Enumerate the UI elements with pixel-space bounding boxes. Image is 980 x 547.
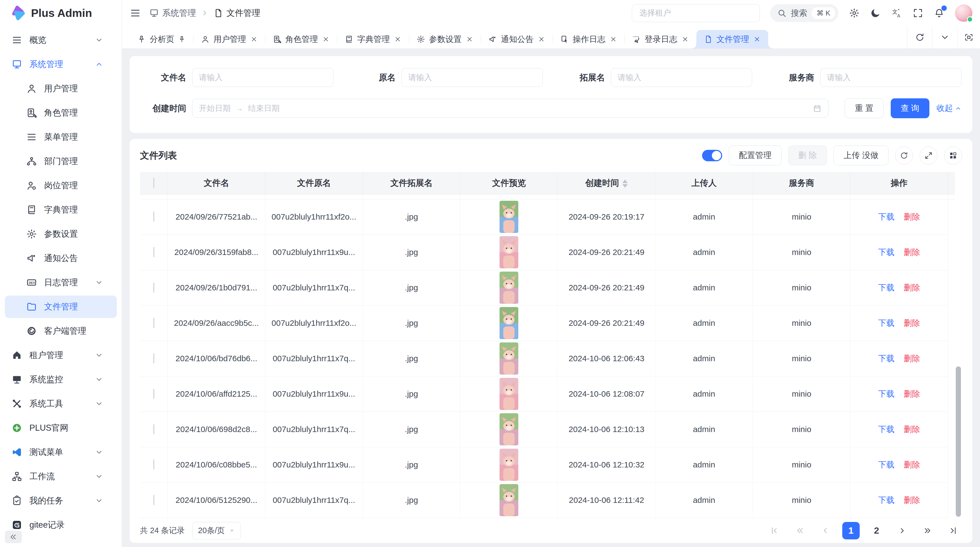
row-checkbox[interactable] xyxy=(153,282,154,293)
column-header-创建时间[interactable]: 创建时间 xyxy=(558,172,655,194)
column-settings-button[interactable] xyxy=(944,147,962,164)
close-icon[interactable] xyxy=(394,36,401,43)
refresh-tab-button[interactable] xyxy=(907,26,932,48)
download-link[interactable]: 下载 xyxy=(878,212,894,221)
original-name-input[interactable]: 请输入 xyxy=(401,68,543,87)
notifications-button[interactable] xyxy=(934,8,945,19)
refresh-table-button[interactable] xyxy=(895,147,913,164)
tab-通知公告[interactable]: 通知公告 xyxy=(481,30,553,48)
file-preview-thumbnail[interactable] xyxy=(500,271,518,304)
delete-link[interactable]: 删除 xyxy=(904,319,920,327)
tab-字典管理[interactable]: 字典管理 xyxy=(337,30,409,48)
sidebar-item-系统工具[interactable]: 系统工具 xyxy=(5,392,117,415)
sidebar-item-PLUS官网[interactable]: PLUS官网 xyxy=(5,417,117,439)
row-checkbox[interactable] xyxy=(153,353,154,364)
sidebar-item-文件管理[interactable]: 文件管理 xyxy=(5,295,117,318)
tab-角色管理[interactable]: 角色管理 xyxy=(265,30,337,48)
close-icon[interactable] xyxy=(538,36,545,43)
collapse-filters-link[interactable]: 收起 xyxy=(937,103,961,114)
sidebar-item-工作流[interactable]: 工作流 xyxy=(5,465,117,488)
tab-menu-button[interactable] xyxy=(932,26,957,48)
sort-carets-icon[interactable] xyxy=(622,180,628,188)
sidebar-item-系统监控[interactable]: 系统监控 xyxy=(5,368,117,391)
dark-mode-button[interactable] xyxy=(870,8,881,19)
delete-link[interactable]: 删除 xyxy=(904,212,920,221)
close-icon[interactable] xyxy=(466,36,473,43)
row-checkbox[interactable] xyxy=(153,495,154,505)
delete-link[interactable]: 删除 xyxy=(904,460,920,469)
row-checkbox[interactable] xyxy=(153,212,154,222)
filename-input[interactable]: 请输入 xyxy=(192,68,334,87)
sidebar-item-日志管理[interactable]: DEV日志管理 xyxy=(5,271,117,293)
table-scrollbar[interactable] xyxy=(955,194,962,518)
page-button-2[interactable]: 2 xyxy=(868,522,885,539)
config-manage-button[interactable]: 配置管理 xyxy=(729,145,781,165)
avatar[interactable] xyxy=(955,4,972,22)
delete-link[interactable]: 删除 xyxy=(904,283,920,292)
delete-button[interactable]: 删 除 xyxy=(788,145,827,165)
search-button[interactable]: 查 询 xyxy=(891,98,929,118)
fast-prev-button[interactable] xyxy=(791,522,808,539)
file-preview-thumbnail[interactable] xyxy=(500,236,518,268)
select-all-checkbox[interactable] xyxy=(153,178,154,188)
tab-操作日志[interactable]: 操作日志 xyxy=(553,30,624,48)
page-button-1[interactable]: 1 xyxy=(842,522,860,539)
tab-文件管理[interactable]: 文件管理 xyxy=(696,30,768,48)
file-preview-thumbnail[interactable] xyxy=(500,413,518,445)
reset-button[interactable]: 重 置 xyxy=(845,98,883,118)
tab-分析页[interactable]: 分析页 xyxy=(130,30,193,48)
extension-input[interactable]: 请输入 xyxy=(611,68,752,87)
file-preview-thumbnail[interactable] xyxy=(500,378,518,410)
menu-toggle-button[interactable] xyxy=(130,7,141,19)
sidebar-item-gitee记录[interactable]: gitee记录 xyxy=(5,514,117,530)
download-link[interactable]: 下载 xyxy=(878,319,894,327)
scrollbar-thumb[interactable] xyxy=(956,367,961,517)
delete-link[interactable]: 删除 xyxy=(904,248,920,257)
sidebar-item-字典管理[interactable]: 字典管理 xyxy=(5,199,117,221)
tab-登录日志[interactable]: 登录日志 xyxy=(624,30,696,48)
download-link[interactable]: 下载 xyxy=(878,283,894,292)
language-button[interactable]: 文A xyxy=(891,8,902,19)
sidebar-item-参数设置[interactable]: 参数设置 xyxy=(5,223,117,245)
content-fullscreen-button[interactable] xyxy=(957,26,980,48)
sidebar-item-系统管理[interactable]: 系统管理 xyxy=(5,53,117,75)
delete-link[interactable]: 删除 xyxy=(904,496,920,504)
sidebar-item-角色管理[interactable]: 角色管理 xyxy=(5,102,117,124)
upload-button[interactable]: 上传 没做 xyxy=(834,145,889,165)
delete-link[interactable]: 删除 xyxy=(904,425,920,434)
breadcrumb-item[interactable]: 文件管理 xyxy=(213,7,260,19)
sidebar-item-测试菜单[interactable]: 测试菜单 xyxy=(5,441,117,463)
download-link[interactable]: 下载 xyxy=(878,496,894,504)
download-link[interactable]: 下载 xyxy=(878,460,894,469)
prev-page-button[interactable] xyxy=(817,522,834,539)
file-preview-thumbnail[interactable] xyxy=(500,343,518,375)
tenant-select-input[interactable]: 选择租户 xyxy=(632,4,760,22)
settings-button[interactable] xyxy=(849,8,860,19)
app-logo[interactable]: Plus Admin xyxy=(0,0,122,26)
sidebar-item-岗位管理[interactable]: 岗位管理 xyxy=(5,174,117,197)
download-link[interactable]: 下载 xyxy=(878,389,894,398)
global-search-button[interactable]: 搜索 ⌘ K xyxy=(770,4,838,22)
next-page-button[interactable] xyxy=(893,522,911,539)
row-checkbox[interactable] xyxy=(153,459,154,470)
fullscreen-button[interactable] xyxy=(913,8,923,19)
delete-link[interactable]: 删除 xyxy=(904,389,920,398)
sidebar-item-我的任务[interactable]: 我的任务 xyxy=(5,490,117,512)
row-checkbox[interactable] xyxy=(153,424,154,434)
row-checkbox[interactable] xyxy=(153,389,154,399)
file-preview-thumbnail[interactable] xyxy=(500,484,518,516)
file-preview-thumbnail[interactable] xyxy=(500,307,518,339)
delete-link[interactable]: 删除 xyxy=(904,354,920,363)
close-icon[interactable] xyxy=(610,36,617,43)
sidebar-item-菜单管理[interactable]: 菜单管理 xyxy=(5,126,117,148)
close-icon[interactable] xyxy=(754,36,760,43)
sidebar-item-用户管理[interactable]: 用户管理 xyxy=(5,77,117,100)
sidebar-item-概览[interactable]: 概览 xyxy=(5,29,117,51)
table-fullscreen-button[interactable] xyxy=(920,147,937,164)
download-link[interactable]: 下载 xyxy=(878,425,894,434)
row-checkbox[interactable] xyxy=(153,247,154,257)
file-preview-thumbnail[interactable] xyxy=(500,201,518,233)
close-icon[interactable] xyxy=(682,36,689,43)
sidebar-item-租户管理[interactable]: 租户管理 xyxy=(5,344,117,367)
provider-input[interactable]: 请输入 xyxy=(820,68,961,87)
